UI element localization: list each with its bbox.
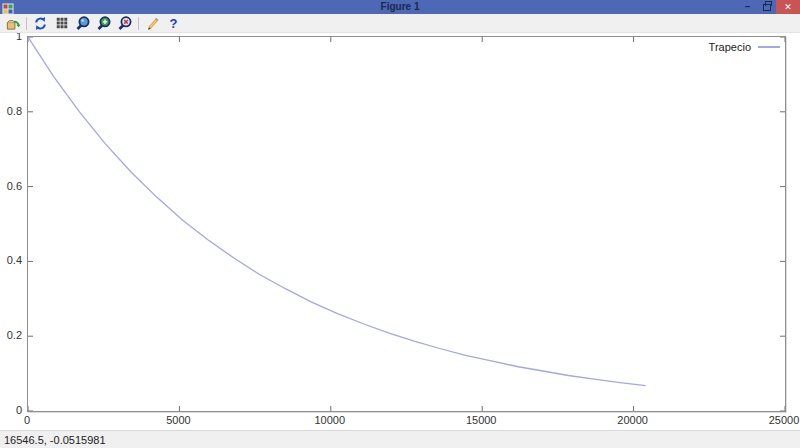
grid-icon: [55, 16, 69, 30]
window-controls: – ✕: [738, 0, 800, 14]
x-tick-label: 15000: [466, 414, 497, 426]
home-icon: [5, 16, 21, 31]
edit-properties-button[interactable]: [142, 14, 163, 33]
y-tick-label: 0.2: [0, 329, 22, 341]
x-tick-label: 0: [24, 414, 30, 426]
legend-label: Trapecio: [709, 41, 751, 53]
y-tick-label: 0.6: [0, 180, 22, 192]
toolbar-separator: [26, 17, 27, 30]
legend-line-sample: [758, 46, 780, 48]
x-tick-label: 25000: [769, 414, 800, 426]
x-tick-label: 10000: [315, 414, 346, 426]
x-tick-label: 20000: [617, 414, 648, 426]
y-tick-label: 0: [0, 404, 22, 416]
figure-window: Figure 1 – ✕: [0, 0, 800, 448]
maximize-button[interactable]: [757, 0, 776, 14]
y-tick-label: 1: [0, 33, 22, 42]
help-button[interactable]: ?: [163, 14, 184, 33]
close-button[interactable]: ✕: [776, 0, 800, 14]
x-tick-label: 5000: [166, 414, 190, 426]
window-title: Figure 1: [0, 0, 800, 14]
subplot-grid-button[interactable]: [51, 14, 72, 33]
minimize-button[interactable]: –: [738, 0, 757, 14]
rotate-icon: [33, 16, 48, 31]
titlebar[interactable]: Figure 1 – ✕: [0, 0, 800, 14]
legend[interactable]: Trapecio: [709, 41, 780, 53]
cursor-coordinates: 16546.5, -0.0515981: [4, 434, 106, 446]
statusbar: 16546.5, -0.0515981: [0, 430, 800, 448]
zoom-in-icon: [96, 15, 112, 31]
home-button[interactable]: [2, 14, 23, 33]
zoom-button[interactable]: [72, 14, 93, 33]
plot-curve: [28, 37, 785, 411]
restore-icon: [763, 4, 771, 11]
y-tick-label: 0.8: [0, 105, 22, 117]
pencil-icon: [145, 16, 160, 31]
zoom-out-button[interactable]: [114, 14, 135, 33]
zoom-out-icon: [117, 15, 133, 31]
y-tick-label: 0.4: [0, 254, 22, 266]
plot-axes[interactable]: Trapecio: [27, 36, 786, 412]
rotate-button[interactable]: [30, 14, 51, 33]
help-icon: ?: [170, 17, 178, 30]
toolbar-separator: [138, 17, 139, 30]
plot-toolbar: ?: [0, 14, 800, 33]
figure-canvas: Trapecio 0500010000150002000025000 00.20…: [0, 33, 800, 430]
zoom-icon: [75, 15, 91, 31]
zoom-in-button[interactable]: [93, 14, 114, 33]
